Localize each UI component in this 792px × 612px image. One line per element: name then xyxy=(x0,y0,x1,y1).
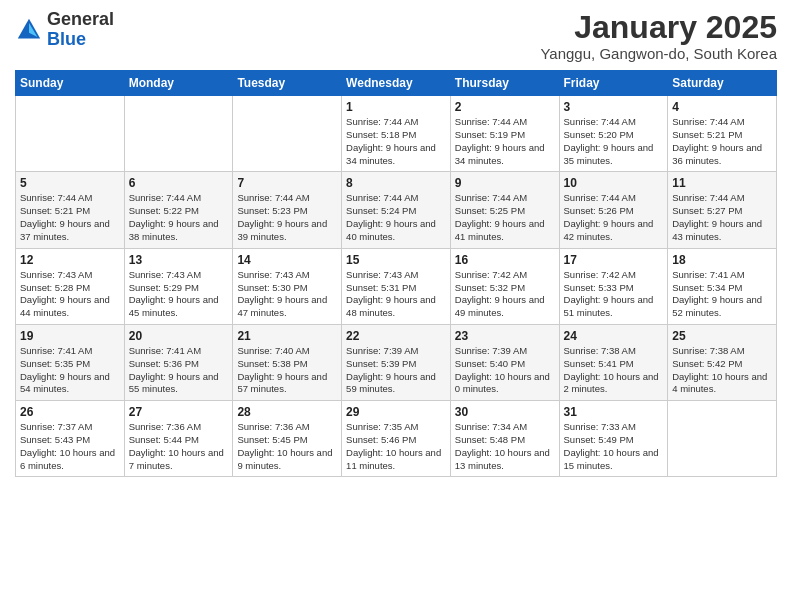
day-cell: 15Sunrise: 7:43 AM Sunset: 5:31 PM Dayli… xyxy=(342,248,451,324)
day-cell xyxy=(16,96,125,172)
weekday-header-saturday: Saturday xyxy=(668,71,777,96)
day-detail: Sunrise: 7:44 AM Sunset: 5:20 PM Dayligh… xyxy=(564,116,664,167)
location-title: Yanggu, Gangwon-do, South Korea xyxy=(540,45,777,62)
weekday-header-friday: Friday xyxy=(559,71,668,96)
day-cell: 27Sunrise: 7:36 AM Sunset: 5:44 PM Dayli… xyxy=(124,401,233,477)
day-number: 30 xyxy=(455,405,555,419)
day-number: 25 xyxy=(672,329,772,343)
page-header: General Blue January 2025 Yanggu, Gangwo… xyxy=(15,10,777,62)
day-number: 26 xyxy=(20,405,120,419)
day-detail: Sunrise: 7:41 AM Sunset: 5:36 PM Dayligh… xyxy=(129,345,229,396)
day-cell: 16Sunrise: 7:42 AM Sunset: 5:32 PM Dayli… xyxy=(450,248,559,324)
week-row-1: 1Sunrise: 7:44 AM Sunset: 5:18 PM Daylig… xyxy=(16,96,777,172)
day-number: 1 xyxy=(346,100,446,114)
day-detail: Sunrise: 7:43 AM Sunset: 5:28 PM Dayligh… xyxy=(20,269,120,320)
day-number: 28 xyxy=(237,405,337,419)
day-cell: 23Sunrise: 7:39 AM Sunset: 5:40 PM Dayli… xyxy=(450,324,559,400)
calendar-table: SundayMondayTuesdayWednesdayThursdayFrid… xyxy=(15,70,777,477)
day-number: 21 xyxy=(237,329,337,343)
day-detail: Sunrise: 7:38 AM Sunset: 5:41 PM Dayligh… xyxy=(564,345,664,396)
day-number: 15 xyxy=(346,253,446,267)
day-cell: 18Sunrise: 7:41 AM Sunset: 5:34 PM Dayli… xyxy=(668,248,777,324)
day-number: 11 xyxy=(672,176,772,190)
day-number: 13 xyxy=(129,253,229,267)
week-row-2: 5Sunrise: 7:44 AM Sunset: 5:21 PM Daylig… xyxy=(16,172,777,248)
logo: General Blue xyxy=(15,10,114,50)
weekday-header-row: SundayMondayTuesdayWednesdayThursdayFrid… xyxy=(16,71,777,96)
logo-general: General xyxy=(47,9,114,29)
day-number: 31 xyxy=(564,405,664,419)
day-cell: 14Sunrise: 7:43 AM Sunset: 5:30 PM Dayli… xyxy=(233,248,342,324)
weekday-header-sunday: Sunday xyxy=(16,71,125,96)
week-row-3: 12Sunrise: 7:43 AM Sunset: 5:28 PM Dayli… xyxy=(16,248,777,324)
week-row-4: 19Sunrise: 7:41 AM Sunset: 5:35 PM Dayli… xyxy=(16,324,777,400)
day-number: 17 xyxy=(564,253,664,267)
day-cell: 31Sunrise: 7:33 AM Sunset: 5:49 PM Dayli… xyxy=(559,401,668,477)
day-cell: 19Sunrise: 7:41 AM Sunset: 5:35 PM Dayli… xyxy=(16,324,125,400)
day-detail: Sunrise: 7:43 AM Sunset: 5:29 PM Dayligh… xyxy=(129,269,229,320)
day-number: 5 xyxy=(20,176,120,190)
day-number: 10 xyxy=(564,176,664,190)
day-number: 9 xyxy=(455,176,555,190)
day-cell: 11Sunrise: 7:44 AM Sunset: 5:27 PM Dayli… xyxy=(668,172,777,248)
day-cell: 20Sunrise: 7:41 AM Sunset: 5:36 PM Dayli… xyxy=(124,324,233,400)
day-cell: 12Sunrise: 7:43 AM Sunset: 5:28 PM Dayli… xyxy=(16,248,125,324)
day-cell: 1Sunrise: 7:44 AM Sunset: 5:18 PM Daylig… xyxy=(342,96,451,172)
day-detail: Sunrise: 7:36 AM Sunset: 5:44 PM Dayligh… xyxy=(129,421,229,472)
day-detail: Sunrise: 7:44 AM Sunset: 5:26 PM Dayligh… xyxy=(564,192,664,243)
weekday-header-wednesday: Wednesday xyxy=(342,71,451,96)
day-detail: Sunrise: 7:44 AM Sunset: 5:22 PM Dayligh… xyxy=(129,192,229,243)
day-cell: 13Sunrise: 7:43 AM Sunset: 5:29 PM Dayli… xyxy=(124,248,233,324)
day-detail: Sunrise: 7:35 AM Sunset: 5:46 PM Dayligh… xyxy=(346,421,446,472)
day-number: 2 xyxy=(455,100,555,114)
month-title: January 2025 xyxy=(540,10,777,45)
day-cell: 30Sunrise: 7:34 AM Sunset: 5:48 PM Dayli… xyxy=(450,401,559,477)
day-detail: Sunrise: 7:41 AM Sunset: 5:34 PM Dayligh… xyxy=(672,269,772,320)
day-detail: Sunrise: 7:41 AM Sunset: 5:35 PM Dayligh… xyxy=(20,345,120,396)
day-detail: Sunrise: 7:38 AM Sunset: 5:42 PM Dayligh… xyxy=(672,345,772,396)
day-cell: 29Sunrise: 7:35 AM Sunset: 5:46 PM Dayli… xyxy=(342,401,451,477)
day-cell: 26Sunrise: 7:37 AM Sunset: 5:43 PM Dayli… xyxy=(16,401,125,477)
day-detail: Sunrise: 7:40 AM Sunset: 5:38 PM Dayligh… xyxy=(237,345,337,396)
day-number: 16 xyxy=(455,253,555,267)
day-detail: Sunrise: 7:44 AM Sunset: 5:19 PM Dayligh… xyxy=(455,116,555,167)
day-number: 4 xyxy=(672,100,772,114)
day-cell: 17Sunrise: 7:42 AM Sunset: 5:33 PM Dayli… xyxy=(559,248,668,324)
logo-text: General Blue xyxy=(47,10,114,50)
day-detail: Sunrise: 7:44 AM Sunset: 5:24 PM Dayligh… xyxy=(346,192,446,243)
weekday-header-thursday: Thursday xyxy=(450,71,559,96)
title-area: January 2025 Yanggu, Gangwon-do, South K… xyxy=(540,10,777,62)
day-detail: Sunrise: 7:39 AM Sunset: 5:39 PM Dayligh… xyxy=(346,345,446,396)
logo-icon xyxy=(15,16,43,44)
day-number: 22 xyxy=(346,329,446,343)
day-number: 19 xyxy=(20,329,120,343)
day-detail: Sunrise: 7:43 AM Sunset: 5:30 PM Dayligh… xyxy=(237,269,337,320)
day-number: 29 xyxy=(346,405,446,419)
day-cell: 6Sunrise: 7:44 AM Sunset: 5:22 PM Daylig… xyxy=(124,172,233,248)
weekday-header-tuesday: Tuesday xyxy=(233,71,342,96)
day-detail: Sunrise: 7:44 AM Sunset: 5:27 PM Dayligh… xyxy=(672,192,772,243)
week-row-5: 26Sunrise: 7:37 AM Sunset: 5:43 PM Dayli… xyxy=(16,401,777,477)
day-cell: 10Sunrise: 7:44 AM Sunset: 5:26 PM Dayli… xyxy=(559,172,668,248)
day-detail: Sunrise: 7:44 AM Sunset: 5:18 PM Dayligh… xyxy=(346,116,446,167)
day-number: 6 xyxy=(129,176,229,190)
day-detail: Sunrise: 7:37 AM Sunset: 5:43 PM Dayligh… xyxy=(20,421,120,472)
day-cell xyxy=(668,401,777,477)
day-detail: Sunrise: 7:44 AM Sunset: 5:21 PM Dayligh… xyxy=(672,116,772,167)
day-number: 24 xyxy=(564,329,664,343)
day-detail: Sunrise: 7:44 AM Sunset: 5:25 PM Dayligh… xyxy=(455,192,555,243)
day-cell: 3Sunrise: 7:44 AM Sunset: 5:20 PM Daylig… xyxy=(559,96,668,172)
day-cell: 22Sunrise: 7:39 AM Sunset: 5:39 PM Dayli… xyxy=(342,324,451,400)
day-number: 18 xyxy=(672,253,772,267)
day-number: 14 xyxy=(237,253,337,267)
day-number: 3 xyxy=(564,100,664,114)
day-cell: 8Sunrise: 7:44 AM Sunset: 5:24 PM Daylig… xyxy=(342,172,451,248)
day-number: 8 xyxy=(346,176,446,190)
day-number: 23 xyxy=(455,329,555,343)
day-detail: Sunrise: 7:34 AM Sunset: 5:48 PM Dayligh… xyxy=(455,421,555,472)
day-cell: 24Sunrise: 7:38 AM Sunset: 5:41 PM Dayli… xyxy=(559,324,668,400)
day-detail: Sunrise: 7:42 AM Sunset: 5:33 PM Dayligh… xyxy=(564,269,664,320)
day-cell: 2Sunrise: 7:44 AM Sunset: 5:19 PM Daylig… xyxy=(450,96,559,172)
day-number: 12 xyxy=(20,253,120,267)
day-detail: Sunrise: 7:44 AM Sunset: 5:21 PM Dayligh… xyxy=(20,192,120,243)
